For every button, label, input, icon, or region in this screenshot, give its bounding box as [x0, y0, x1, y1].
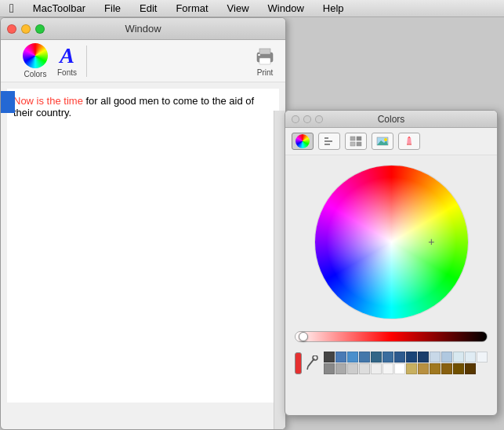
svg-rect-2	[259, 58, 270, 64]
swatch-9[interactable]	[418, 352, 429, 363]
slider-thumb	[299, 332, 308, 341]
toolbar-separator	[86, 46, 87, 77]
swatch-20[interactable]	[383, 363, 393, 374]
svg-rect-6	[325, 144, 330, 145]
swatch-3[interactable]	[347, 352, 358, 363]
fonts-toolbar-item[interactable]: A Fonts	[57, 45, 77, 77]
swatch-1[interactable]	[324, 352, 335, 363]
minimize-button[interactable]	[21, 24, 31, 34]
swatch-26[interactable]	[453, 363, 464, 374]
colors-maximize-btn[interactable]	[315, 115, 323, 123]
colors-close-btn[interactable]	[292, 115, 299, 123]
menu-mactoolbar[interactable]: MacToolbar	[30, 2, 89, 14]
swatch-23[interactable]	[418, 363, 429, 374]
colors-label: Colors	[24, 70, 47, 78]
palette-icon	[350, 136, 362, 147]
close-button[interactable]	[7, 24, 16, 34]
swatch-10[interactable]	[430, 352, 441, 363]
colors-title-bar: Colors	[285, 111, 497, 128]
swatch-11[interactable]	[441, 352, 452, 363]
scrollbar[interactable]	[274, 111, 285, 429]
menu-view[interactable]: View	[224, 2, 252, 14]
menu-edit[interactable]: Edit	[136, 2, 160, 14]
svg-point-18	[313, 355, 317, 360]
window-title: Window	[125, 23, 161, 35]
swatch-17[interactable]	[347, 363, 358, 374]
color-crayons-mode-btn[interactable]	[398, 133, 420, 150]
color-wheel-wrapper: +	[315, 166, 468, 319]
color-palette-mode-btn[interactable]	[345, 133, 367, 150]
swatch-24[interactable]	[430, 363, 441, 374]
menu-help[interactable]: Help	[320, 2, 347, 14]
svg-rect-7	[350, 137, 355, 140]
swatch-19[interactable]	[371, 363, 382, 374]
swatch-grid	[324, 352, 488, 374]
color-wheel[interactable]	[315, 166, 468, 319]
sliders-icon	[323, 136, 335, 147]
apple-menu[interactable]: 	[6, 2, 17, 16]
color-wheel-mode-btn[interactable]	[292, 133, 314, 150]
menu-window[interactable]: Window	[265, 2, 307, 14]
sidebar-accent	[1, 91, 15, 113]
eyedropper-icon	[306, 355, 319, 371]
color-sliders-mode-btn[interactable]	[318, 133, 340, 150]
swatch-16[interactable]	[335, 363, 346, 374]
colors-panel-title: Colors	[378, 114, 405, 125]
hue-slider[interactable]	[295, 331, 488, 342]
svg-rect-9	[350, 142, 355, 146]
swatch-22[interactable]	[406, 363, 417, 374]
print-label: Print	[257, 68, 274, 77]
swatch-25[interactable]	[441, 363, 452, 374]
swatch-21[interactable]	[394, 363, 405, 374]
crayons-icon	[403, 136, 415, 147]
swatches-area	[285, 345, 497, 377]
svg-rect-3	[258, 54, 260, 56]
menubar:  MacToolbar File Edit Format View Windo…	[0, 0, 504, 17]
swatch-4[interactable]	[359, 352, 370, 363]
svg-rect-10	[357, 142, 361, 146]
swatch-14[interactable]	[477, 352, 488, 363]
svg-line-19	[307, 366, 308, 370]
svg-rect-8	[357, 137, 361, 140]
swatch-18[interactable]	[359, 363, 370, 374]
print-icon	[254, 45, 276, 67]
svg-marker-15	[408, 137, 410, 138]
selected-color-swatch[interactable]	[295, 352, 302, 374]
window-content: Colors A Fonts Print Now is the time for…	[1, 40, 285, 429]
maximize-button[interactable]	[35, 24, 45, 34]
colors-panel: Colors	[285, 110, 498, 416]
colors-window-controls	[292, 115, 323, 123]
colors-icon	[23, 43, 48, 68]
menu-file[interactable]: File	[101, 2, 124, 14]
svg-rect-4	[325, 137, 328, 139]
colors-toolbar-item[interactable]: Colors	[23, 43, 48, 78]
window-controls	[7, 24, 45, 34]
swatch-7[interactable]	[394, 352, 405, 363]
swatch-12[interactable]	[453, 352, 464, 363]
svg-rect-5	[325, 140, 332, 142]
title-bar: Window	[1, 18, 285, 40]
swatch-6[interactable]	[383, 352, 393, 363]
swatch-15[interactable]	[324, 363, 335, 374]
colors-minimize-btn[interactable]	[303, 115, 311, 123]
svg-point-13	[384, 138, 387, 141]
color-image-mode-btn[interactable]	[372, 133, 393, 150]
eyedropper-button[interactable]	[306, 354, 319, 373]
svg-rect-16	[407, 144, 412, 145]
svg-rect-1	[259, 49, 270, 54]
slider-area	[285, 328, 497, 345]
fonts-icon: A	[60, 45, 74, 67]
toolbar: Colors A Fonts Print	[1, 40, 285, 82]
swatch-8[interactable]	[406, 352, 417, 363]
main-window: Window Colors A Fonts Print	[0, 17, 286, 430]
menu-format[interactable]: Format	[172, 2, 211, 14]
image-icon	[376, 136, 389, 147]
swatch-13[interactable]	[465, 352, 476, 363]
print-toolbar-item[interactable]: Print	[254, 45, 276, 77]
text-area[interactable]: Now is the time for all good men to come…	[7, 89, 279, 403]
swatch-2[interactable]	[335, 352, 346, 363]
swatch-27[interactable]	[465, 363, 476, 374]
highlighted-text: Now is the time	[13, 95, 83, 107]
color-wheel-container[interactable]: +	[285, 155, 497, 328]
swatch-5[interactable]	[371, 352, 382, 363]
